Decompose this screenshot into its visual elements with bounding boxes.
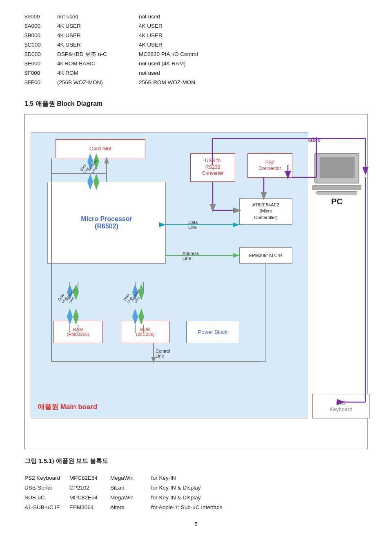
mem-col2: 4K USER [139, 31, 253, 40]
mem-addr: $D000 [24, 50, 57, 59]
table-row: $FF00 (256B WOZ-MON) 256B ROM WOZ-MON [24, 78, 368, 87]
mem-col1: DSP&KBD 보조 u-C [57, 50, 139, 59]
main-board: Card Slot Micro Processor (R6502) RAM (H… [31, 132, 308, 418]
pc-label: PC [304, 197, 370, 206]
table-row: $C000 4K USER 4K USER [24, 40, 368, 50]
bt-col1: SUB-uC [24, 493, 69, 503]
mem-col1: 4K USER [57, 22, 139, 31]
ram-label2: (HM62256) [67, 332, 89, 337]
table-row: SUB-uC MPC82E54 MegaWin for Key-IN & Dis… [24, 493, 368, 503]
mem-addr: $E000 [24, 59, 57, 69]
bt-col4: for Apple-1: Sub-uC Interface [151, 503, 274, 512]
mem-addr: $B000 [24, 31, 57, 40]
power-block-box: Power Block [186, 321, 239, 343]
mem-addr: $A000 [24, 22, 57, 31]
main-board-label: 애플원 Main board [38, 402, 97, 412]
ps2-keyboard-label2: Keyboard [330, 406, 352, 412]
rom-label1: ROM [140, 327, 151, 332]
bottom-table: PS2 Keyboard MPC82E54 MegaWin for Key-IN… [24, 473, 368, 513]
bt-col1: USB-Serial [24, 483, 69, 493]
at82-label: AT82E54AE2(MicroConteroller) [252, 202, 279, 221]
table-row: $D000 DSP&KBD 보조 u-C MC6820 PIA I/O Cont… [24, 50, 368, 59]
bt-col1: A1-SUB-uC IF [24, 503, 69, 512]
bt-col2: CP2102 [69, 483, 110, 493]
ps2-keyboard-label1: PS2 [336, 400, 346, 406]
mem-addr: $9000 [24, 12, 57, 22]
block-diagram-container: USB cable Card Slot Micro Processor (R65… [24, 114, 368, 449]
bt-col4: for Key-IN [151, 473, 274, 483]
memory-table: $9000 not used not used $A000 4K USER 4K… [24, 12, 368, 87]
bt-col3: Altera [110, 503, 151, 512]
mem-col2: not used [139, 12, 253, 22]
ram-box: RAM (HM62256) [53, 321, 102, 343]
address-line-horiz-label: AddressLine [183, 251, 199, 261]
bt-col1: PS2 Keyboard [24, 473, 69, 483]
epm-label: EPM3064ALC44 [249, 253, 283, 258]
table-row: $E000 4k ROM BASIC not used (4K RAM) [24, 59, 368, 69]
pc-area: PC [304, 153, 370, 206]
table-row: USB-Serial CP2102 SiLab for Key-IN & Dis… [24, 483, 368, 493]
mem-addr: $FF00 [24, 78, 57, 87]
bt-col4: for Key-IN & Display [151, 483, 274, 493]
control-line-label: ControlLine [156, 349, 170, 358]
rom-label2: (28C256) [136, 332, 155, 337]
bt-col3: SiLab [110, 483, 151, 493]
bt-col2: EPM3064 [69, 503, 110, 512]
mem-col2: 4K USER [139, 22, 253, 31]
epm-box: EPM3064ALC44 [239, 247, 292, 264]
bt-col3: MegaWin [110, 493, 151, 503]
mem-col1: 4K USER [57, 31, 139, 40]
diagram-wrapper: USB cable Card Slot Micro Processor (R65… [31, 132, 374, 443]
mem-col1: not used [57, 12, 139, 22]
address-line-label-ram: AddressLine [65, 288, 79, 304]
usb-rs232-label: USB toRS232Converter [202, 158, 224, 177]
address-line-label-1: AddressLine [87, 158, 101, 174]
pc-stand-base [312, 185, 361, 190]
data-line-horiz-label: DataLine [188, 220, 198, 230]
rom-box: ROM (28C256) [121, 321, 170, 343]
mem-addr: $F000 [24, 69, 57, 78]
table-row: $F000 4K ROM not used [24, 69, 368, 78]
card-slot-label: Card Slot [89, 145, 111, 152]
power-block-label: Power Block [198, 329, 227, 335]
address-line-label-rom: AddressLine [130, 288, 144, 304]
section-heading: 1.5 애플원 Block Diagram [24, 100, 368, 108]
table-row: $A000 4K USER 4K USER [24, 22, 368, 31]
card-slot-box: Card Slot [56, 139, 145, 158]
ps2-conn-label: PS2Connector [258, 160, 281, 171]
bt-col2: MPC82E54 [69, 493, 110, 503]
table-row: PS2 Keyboard MPC82E54 MegaWin for Key-IN [24, 473, 368, 483]
mem-col2: not used [139, 69, 253, 78]
diagram-caption: 그림 1.5.1) 애플원 보드 블록도 [24, 457, 368, 465]
ram-label1: RAM [73, 327, 83, 332]
micro-processor-box: Micro Processor (R6502) [47, 182, 166, 264]
mem-col1: 4K ROM [57, 69, 139, 78]
mem-col2: not used (4K RAM) [139, 59, 253, 69]
table-row: $B000 4K USER 4K USER [24, 31, 368, 40]
pc-screen [320, 157, 354, 178]
mem-col1: 4K USER [57, 40, 139, 50]
mem-addr: $C000 [24, 40, 57, 50]
mem-col2: 4K USER [139, 40, 253, 50]
page-number: 5 [24, 521, 368, 527]
micro-proc-label2: (R6502) [95, 223, 118, 230]
ps2-keyboard-box: PS2 Keyboard [312, 394, 370, 418]
mem-col1: 4k ROM BASIC [57, 59, 139, 69]
usb-rs232-box: USB toRS232Converter [190, 153, 235, 182]
bt-col4: for Key-IN & Display [151, 493, 274, 503]
mem-col2: MC6820 PIA I/O Control [139, 50, 253, 59]
table-row: $9000 not used not used [24, 12, 368, 22]
pc-monitor [314, 153, 359, 183]
mem-col1: (256B WOZ-MON) [57, 78, 139, 87]
pc-keyboard [316, 191, 357, 195]
table-row: A1-SUB-uC IF EPM3064 Altera for Apple-1:… [24, 503, 368, 512]
mem-col2: 256B ROM WOZ-MON [139, 78, 253, 87]
ps2-connector-box: PS2Connector [247, 153, 292, 178]
micro-proc-label1: Micro Processor [81, 215, 132, 223]
bt-col2: MPC82E54 [69, 473, 110, 483]
at82-box: AT82E54AE2(MicroConteroller) [239, 198, 292, 225]
bt-col3: MegaWin [110, 473, 151, 483]
